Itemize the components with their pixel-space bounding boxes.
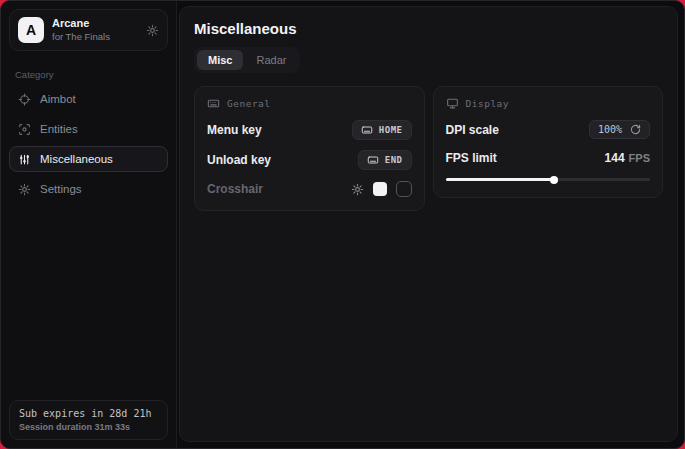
fps-limit-value: 144 FPS bbox=[605, 151, 650, 165]
crosshair-checkbox[interactable] bbox=[396, 181, 412, 197]
sidebar-item-miscellaneous[interactable]: Miscellaneous bbox=[9, 146, 168, 172]
sidebar-item-settings[interactable]: Settings bbox=[9, 176, 168, 202]
session-duration: Session duration 31m 33s bbox=[19, 422, 158, 432]
fps-slider[interactable] bbox=[446, 175, 651, 185]
page-title: Miscellaneous bbox=[194, 20, 663, 37]
fps-limit-label: FPS limit bbox=[446, 151, 497, 165]
keyboard-icon bbox=[207, 97, 220, 110]
crosshair-label: Crosshair bbox=[207, 182, 263, 196]
subscription-card: Sub expires in 28d 21h Session duration … bbox=[9, 400, 168, 440]
main-panel: Miscellaneous Misc Radar General bbox=[179, 6, 678, 442]
menu-key-value: HOME bbox=[379, 125, 403, 135]
fps-limit-row: FPS limit 144 FPS bbox=[446, 149, 651, 167]
fps-slider-fill bbox=[446, 178, 554, 181]
fps-slider-thumb[interactable] bbox=[550, 176, 558, 184]
sidebar-item-label: Miscellaneous bbox=[40, 153, 113, 165]
sidebar-item-label: Settings bbox=[40, 183, 82, 195]
dpi-scale-value: 100% bbox=[598, 124, 622, 135]
crosshair-icon bbox=[18, 93, 31, 106]
fps-number: 144 bbox=[605, 151, 625, 165]
crosshair-controls bbox=[351, 181, 412, 197]
brand-settings-icon[interactable] bbox=[146, 24, 159, 37]
sidebar-nav: Aimbot Entities bbox=[1, 86, 176, 202]
crosshair-row: Crosshair bbox=[207, 180, 412, 198]
cards-row: General Menu key HOME Unlo bbox=[194, 86, 663, 211]
sliders-icon bbox=[18, 153, 31, 166]
general-card-title: General bbox=[227, 98, 271, 109]
general-card: General Menu key HOME Unlo bbox=[194, 86, 425, 211]
display-card-header: Display bbox=[446, 97, 651, 110]
menu-key-row: Menu key HOME bbox=[207, 120, 412, 140]
unload-key-button[interactable]: END bbox=[358, 150, 412, 170]
tab-misc[interactable]: Misc bbox=[197, 50, 243, 70]
tab-bar: Misc Radar bbox=[194, 47, 300, 73]
dpi-scale-label: DPI scale bbox=[446, 123, 499, 137]
brand-title: Arcane bbox=[52, 17, 138, 31]
sidebar-item-label: Entities bbox=[40, 123, 78, 135]
sidebar-item-entities[interactable]: Entities bbox=[9, 116, 168, 142]
crosshair-color-swatch[interactable] bbox=[373, 182, 387, 196]
dpi-scale-button[interactable]: 100% bbox=[589, 120, 650, 139]
scan-icon bbox=[18, 123, 31, 136]
monitor-icon bbox=[446, 97, 459, 110]
brand-card: A Arcane for The Finals bbox=[9, 9, 168, 51]
unload-key-label: Unload key bbox=[207, 153, 271, 167]
keyboard-icon bbox=[367, 154, 379, 166]
main-area: Miscellaneous Misc Radar General bbox=[177, 1, 684, 448]
rotate-icon bbox=[630, 124, 641, 135]
general-card-header: General bbox=[207, 97, 412, 110]
display-card-title: Display bbox=[466, 98, 510, 109]
sidebar-item-aimbot[interactable]: Aimbot bbox=[9, 86, 168, 112]
brand-text: Arcane for The Finals bbox=[52, 17, 138, 43]
dpi-scale-row: DPI scale 100% bbox=[446, 120, 651, 139]
brand-avatar: A bbox=[18, 17, 44, 43]
menu-key-button[interactable]: HOME bbox=[352, 120, 412, 140]
app-window: A Arcane for The Finals Category bbox=[0, 0, 685, 449]
unload-key-value: END bbox=[385, 155, 403, 165]
brand-subtitle: for The Finals bbox=[52, 31, 138, 43]
fps-unit: FPS bbox=[629, 152, 650, 164]
sidebar-item-label: Aimbot bbox=[40, 93, 76, 105]
sidebar: A Arcane for The Finals Category bbox=[1, 1, 177, 448]
gear-icon bbox=[18, 183, 31, 196]
menu-key-label: Menu key bbox=[207, 123, 262, 137]
keyboard-icon bbox=[361, 124, 373, 136]
crosshair-settings-icon[interactable] bbox=[351, 183, 364, 196]
category-label: Category bbox=[15, 69, 162, 80]
tab-radar[interactable]: Radar bbox=[245, 50, 297, 70]
unload-key-row: Unload key END bbox=[207, 150, 412, 170]
display-card: Display DPI scale 100% FPS bbox=[433, 86, 664, 198]
subscription-expiry: Sub expires in 28d 21h bbox=[19, 408, 158, 419]
